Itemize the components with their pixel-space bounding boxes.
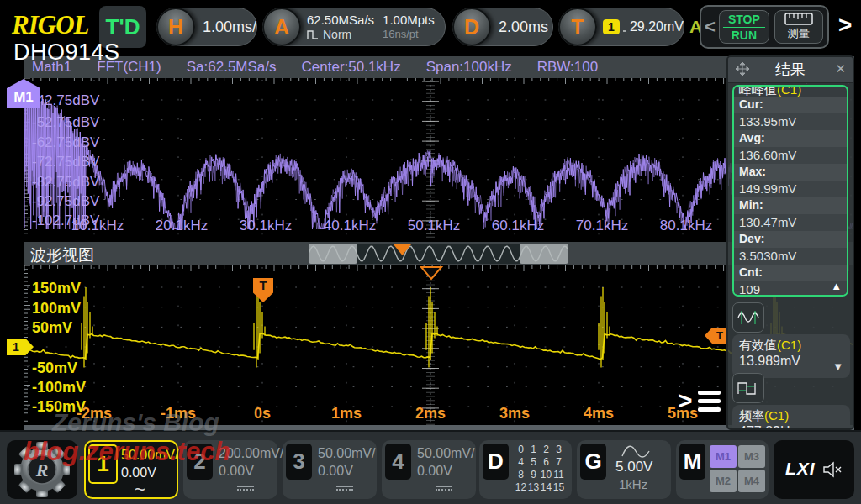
fft-y-label: -82.75dBV (32, 174, 99, 191)
memory-info: 1.00Mpts 16ns/pt (383, 13, 435, 41)
horizontal-center-marker[interactable] (420, 266, 443, 281)
math-button-m2[interactable]: M2 (710, 470, 737, 492)
toolbar-next-icon[interactable]: > (838, 12, 852, 39)
sample-resolution: 16ns/pt (383, 28, 435, 41)
fft-y-label: -52.75dBV (32, 114, 99, 131)
sine-icon (737, 308, 760, 327)
digital-channel-number: 15 (552, 481, 565, 494)
results-panel-titlebar[interactable]: 结果 ✕ (728, 57, 853, 83)
fft-x-label: 60.1kHz (492, 218, 544, 234)
a-knob[interactable]: A (262, 8, 301, 46)
digital-channel-number: 4 (515, 456, 527, 469)
channel-scale: 50.00mV/ (318, 446, 375, 461)
measurement-stat-label: Avg: (734, 130, 847, 147)
freq-measurement-icon[interactable] (732, 373, 764, 403)
speaker-mute-icon[interactable] (822, 460, 843, 479)
trigger-level-value: 29.20mV (630, 19, 684, 34)
generator-letter: G (580, 444, 606, 480)
rms-value: 13.989mV (739, 354, 843, 369)
math-card[interactable]: M M1M3M2M4 (676, 440, 769, 499)
fft-sample-rate: Sa:62.5MSa/s (187, 59, 277, 76)
collapse-down-icon[interactable]: ▼ (832, 360, 843, 373)
measure-button[interactable]: 测量 (774, 10, 823, 44)
ruler-icon (784, 13, 813, 25)
horizontal-timebase-control[interactable]: H 1.00ms/ (156, 8, 257, 46)
fft-x-label: 50.1kHz (408, 218, 460, 234)
rigol-logo: RIGOL (12, 10, 88, 40)
fft-y-label: -42.75dBV (32, 92, 99, 109)
measurement-stat-value: 133.95mV (734, 113, 847, 130)
measurement-card-freq[interactable]: 频率(C1) 477.82Hz ▼ (732, 405, 850, 430)
memory-depth: 1.00Mpts (383, 13, 435, 28)
digital-letter: D (483, 444, 509, 480)
wave-y-label: 50mV (32, 319, 72, 337)
measurement-stat-label: Cnt: (734, 265, 847, 281)
stop-run-button[interactable]: STOP RUN (719, 10, 769, 44)
measurement-card-peak-to-peak[interactable]: 峰峰值(C1) Cur:133.95mVAvg:136.60mVMax:149.… (732, 85, 848, 297)
acquisition-control[interactable]: A 62.50MSa/s Norm 1.00Mpts 16ns/pt (262, 8, 446, 46)
ac-coupling-icon: ~ (135, 479, 145, 501)
digital-channel-number: 13 (527, 481, 540, 494)
dc-coupling-icon (436, 486, 452, 491)
fft-x-label: 70.1kHz (576, 218, 628, 234)
run-label: RUN (732, 28, 757, 42)
square-wave-icon (737, 379, 760, 397)
trigger-control[interactable]: T 1 29.20mV (558, 8, 684, 46)
pulse-icon (307, 29, 320, 39)
gen-sine-icon (621, 444, 651, 458)
digital-channel-number: 10 (540, 469, 552, 481)
digital-channel-number: 14 (540, 481, 552, 494)
timebase-value: 1.00ms/ (203, 18, 256, 36)
dc-coupling-icon (336, 486, 353, 491)
digital-channel-number: 1 (527, 444, 540, 456)
fft-x-label: 20.1kHz (156, 218, 208, 234)
fft-x-label: 40.1kHz (324, 218, 376, 234)
fft-x-label: 10.1kHz (71, 218, 124, 234)
digital-channel-number: 0 (515, 444, 527, 456)
stop-label: STOP (723, 13, 765, 28)
digital-channel-number: 3 (552, 444, 565, 456)
digital-channel-number: 6 (540, 456, 552, 469)
acquisition-mode: Norm (323, 28, 351, 41)
channel-card-3[interactable]: 350.00mV/0.00V (283, 440, 377, 499)
lxi-tile: LXI (774, 440, 854, 499)
d-knob[interactable]: D (452, 8, 491, 46)
math-button-m1[interactable]: M1 (710, 445, 737, 468)
h-knob[interactable]: H (156, 8, 195, 46)
measurement-stat-value: 149.99mV (734, 181, 847, 197)
rising-edge-icon (622, 19, 626, 34)
channel-card-4[interactable]: 450.00mV/0.00V (382, 440, 476, 499)
wave-x-label: 0s (254, 405, 271, 423)
acquisition-info: 62.50MSa/s Norm (307, 13, 374, 40)
channel-number: 4 (385, 444, 411, 480)
watermark-blog-url: blog.zeruns.tech (24, 437, 230, 467)
collapse-up-icon[interactable]: ▲ (831, 280, 842, 292)
digital-channel-number: 5 (527, 456, 540, 469)
rms-measurement-icon[interactable] (732, 302, 764, 333)
digital-channel-number: 12 (515, 481, 527, 494)
results-panel[interactable]: 结果 ✕ 峰峰值(C1) Cur:133.95mVAvg:136.60mVMax… (726, 55, 854, 430)
measurement-stat-value: 130.47mV (734, 214, 847, 231)
generator-card[interactable]: G 5.00V 1kHz (577, 440, 671, 499)
math-button-m3[interactable]: M3 (738, 445, 765, 468)
math-button-m4[interactable]: M4 (738, 470, 765, 492)
measurement-card-rms[interactable]: 有效值(C1) 13.989mV ▼ (732, 334, 850, 378)
toolbar-prev-icon[interactable]: < (701, 16, 719, 38)
delay-control[interactable]: D 2.00ms (452, 8, 553, 46)
digital-channel-number: 11 (552, 469, 565, 481)
results-panel-close-icon[interactable]: ✕ (835, 61, 846, 76)
wave-x-label: 1ms (331, 405, 362, 423)
wave-y-label: -50mV (32, 360, 77, 377)
menu-chevron-icon: > (678, 388, 693, 413)
t-knob[interactable]: T (558, 8, 597, 46)
waveform-view-title: 波形视图 (30, 244, 94, 266)
hamburger-icon (698, 391, 721, 412)
waveform-navigator[interactable] (309, 244, 568, 264)
measure-label: 测量 (788, 26, 810, 41)
watermark-blog-name: Zeruns's Blog (52, 408, 219, 437)
gen-frequency: 1kHz (619, 477, 647, 491)
digital-channels-card[interactable]: D 0123456789101112131415 (479, 440, 572, 499)
delay-value: 2.00ms (499, 18, 548, 36)
digital-channel-number: 9 (527, 469, 540, 481)
quick-menu-icon[interactable]: > (678, 388, 721, 413)
